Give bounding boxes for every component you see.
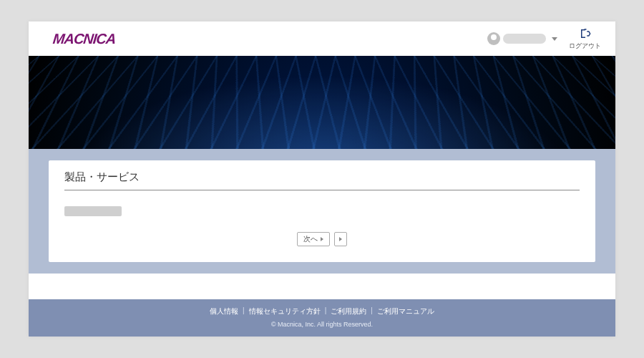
logout-label: ログアウト [569, 42, 601, 51]
avatar-icon [487, 32, 500, 45]
copyright: © Macnica, Inc. All rights Reserved. [29, 321, 615, 328]
footer-sep: | [243, 306, 245, 316]
logout-button[interactable]: ログアウト [569, 27, 601, 51]
footer-link-manual[interactable]: ご利用マニュアル [377, 307, 434, 315]
arrow-right-icon [321, 237, 323, 241]
spacer [29, 274, 615, 299]
arrow-right-icon [339, 237, 342, 241]
content-card: 製品・サービス 次へ [49, 160, 595, 262]
pager: 次へ [64, 232, 580, 246]
user-menu[interactable] [487, 32, 557, 45]
next-label: 次へ [303, 234, 318, 244]
logout-icon [579, 27, 592, 40]
brand-logo: MACNICA [52, 31, 117, 47]
footer-sep: | [371, 306, 373, 316]
footer-links: 個人情報 | 情報セキュリティ方針 | ご利用規約 | ご利用マニュアル [29, 306, 615, 316]
main-band: 製品・サービス 次へ [29, 149, 615, 274]
footer-link-security[interactable]: 情報セキュリティ方針 [249, 307, 321, 315]
card-title: 製品・サービス [64, 170, 580, 190]
chevron-down-icon [552, 37, 557, 41]
header: MACNICA ログアウト [29, 21, 615, 56]
footer-link-privacy[interactable]: 個人情報 [210, 307, 238, 315]
footer: 個人情報 | 情報セキュリティ方針 | ご利用規約 | ご利用マニュアル © M… [29, 299, 615, 337]
result-placeholder [64, 206, 122, 216]
app-window: MACNICA ログアウト 製品・サービス 次へ [29, 21, 615, 337]
last-button[interactable] [334, 232, 347, 246]
footer-sep: | [325, 306, 327, 316]
hero-banner [29, 56, 615, 149]
header-right: ログアウト [487, 27, 601, 51]
username-placeholder [503, 34, 546, 44]
footer-link-terms[interactable]: ご利用規約 [331, 307, 366, 315]
next-button[interactable]: 次へ [297, 232, 330, 246]
